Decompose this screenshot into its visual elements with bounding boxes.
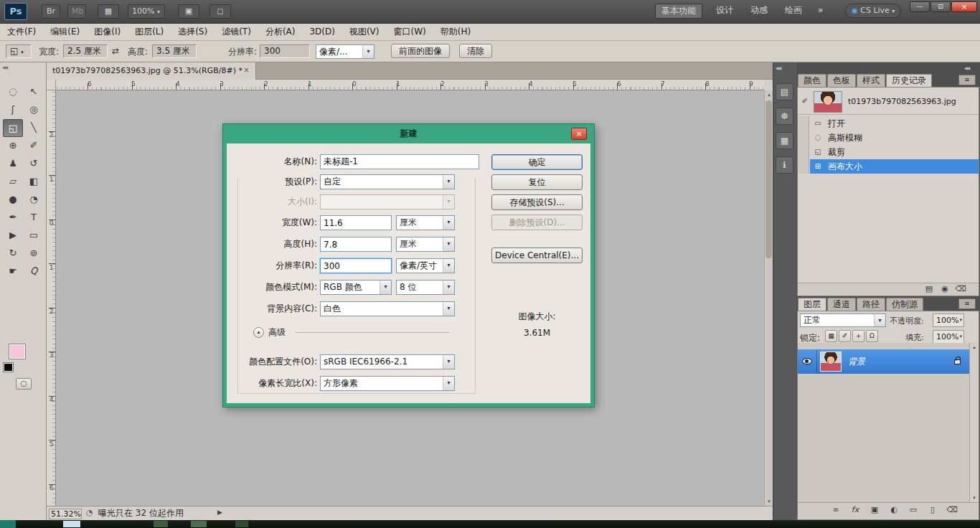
fill-field[interactable]: 100% ▾ [933, 330, 964, 344]
history-source-well[interactable] [798, 116, 809, 131]
taskbar-item[interactable] [0, 520, 16, 528]
background-color-swatch[interactable] [4, 363, 13, 372]
taskbar-item[interactable] [191, 521, 207, 527]
navigator-panel-icon[interactable]: ☸ [776, 108, 793, 125]
mini-bridge-launcher-icon[interactable]: Mb [67, 4, 86, 19]
tab-paths[interactable]: 路径 [857, 298, 885, 311]
device-central-button[interactable]: Device Central(E)... [491, 248, 583, 263]
dialog-close-icon[interactable]: × [571, 128, 587, 140]
layers-scrollbar[interactable]: ▴ ▾ [969, 343, 979, 502]
histogram-panel-icon[interactable]: ▦ [776, 132, 793, 149]
width-unit-select[interactable]: 厘米 ▾ [396, 215, 455, 230]
rectangle-tool[interactable]: ▭ [24, 227, 44, 245]
pixel-aspect-select[interactable]: 方形像素 ▾ [320, 376, 455, 391]
scroll-down-icon[interactable]: ▾ [970, 494, 979, 502]
menu-edit[interactable]: 编辑(E) [43, 24, 87, 40]
menu-analysis[interactable]: 分析(A) [258, 24, 303, 40]
history-item-open[interactable]: ▭ 打开 [798, 116, 979, 131]
windows-taskbar[interactable] [0, 520, 980, 528]
clone-stamp-tool[interactable]: ♟ [3, 155, 23, 173]
opacity-field[interactable]: 100% ▾ [933, 314, 964, 327]
layers-panel-menu-icon[interactable]: ≡ [958, 298, 976, 309]
horizontal-ruler[interactable] [56, 80, 764, 90]
history-source-icon[interactable]: ✐ [799, 96, 811, 106]
height-unit-select[interactable]: 厘米 ▾ [396, 237, 455, 252]
crop-height-field[interactable]: 3.5 厘米 [152, 44, 197, 58]
lock-transparency-icon[interactable]: ▦ [825, 330, 837, 342]
document-tab-close-icon[interactable]: × [242, 66, 251, 75]
layer-thumbnail[interactable] [820, 352, 842, 372]
tab-layers[interactable]: 图层 [798, 298, 826, 311]
menu-window[interactable]: 窗口(W) [387, 24, 433, 40]
menu-filter[interactable]: 滤镜(T) [215, 24, 258, 40]
move-tool[interactable]: ↖ [24, 83, 44, 101]
bit-depth-select[interactable]: 8 位 ▾ [396, 280, 455, 295]
document-tab[interactable]: t01973b797082563963.jpg @ 51.3%(RGB/8#) … [47, 62, 256, 80]
pen-tool[interactable]: ✒ [3, 209, 23, 227]
lock-position-icon[interactable]: + [852, 330, 864, 342]
history-item-canvas-size[interactable]: ⊞ 画布大小 [798, 159, 979, 174]
preset-select[interactable]: 自定 ▾ [320, 174, 455, 189]
name-input[interactable] [320, 154, 479, 169]
scroll-up-icon[interactable]: ▴ [970, 343, 979, 352]
blur-tool[interactable]: ● [3, 191, 23, 209]
foreground-color-swatch[interactable] [9, 344, 26, 359]
menu-3d[interactable]: 3D(D) [302, 24, 341, 40]
hand-tool[interactable]: ☛ [3, 263, 23, 280]
zoom-tool[interactable]: Q [24, 263, 44, 280]
tab-color[interactable]: 颜色 [798, 74, 826, 87]
3d-rotate-tool[interactable]: ↻ [3, 245, 23, 263]
photoshop-logo-icon[interactable]: Ps [4, 3, 27, 20]
bridge-launcher-icon[interactable]: Br [42, 4, 60, 19]
toolbox-collapse-icon[interactable]: ◀◀ [2, 65, 7, 70]
taskbar-item[interactable] [63, 521, 80, 527]
workspace-essentials[interactable]: 基本功能 [655, 4, 702, 19]
taskbar-item[interactable] [154, 521, 168, 527]
link-layers-icon[interactable]: ∞ [829, 504, 843, 516]
new-layer-icon[interactable]: ▯ [925, 504, 940, 516]
history-snapshot-thumbnail[interactable] [814, 91, 842, 113]
resolution-input[interactable] [320, 258, 392, 273]
cs-live-button[interactable]: ◉ CS Live ▾ [845, 4, 901, 18]
workspace-design[interactable]: 设计 [710, 4, 739, 19]
canvas-vertical-scrollbar[interactable]: ▴ ▾ [764, 90, 773, 506]
color-mode-select[interactable]: RGB 颜色 ▾ [320, 280, 392, 295]
reset-button[interactable]: 复位 [491, 174, 583, 190]
workspace-painting[interactable]: 绘画 [779, 4, 808, 19]
gradient-tool[interactable]: ◧ [24, 173, 44, 191]
menu-help[interactable]: 帮助(H) [433, 24, 478, 40]
view-extras-icon[interactable]: ▦ [98, 4, 119, 19]
front-image-button[interactable]: 前面的图像 [391, 44, 450, 58]
quick-mask-button[interactable]: ◯ [16, 378, 32, 390]
history-item-crop[interactable]: ◱ 裁剪 [798, 145, 979, 159]
crop-tool[interactable]: ◱ [3, 119, 23, 137]
spot-healing-brush-tool[interactable]: ⊕ [3, 137, 23, 155]
clear-button[interactable]: 清除 [459, 44, 492, 58]
brush-tool[interactable]: ✐ [24, 137, 44, 155]
menu-layer[interactable]: 图层(L) [128, 24, 171, 40]
minimize-button[interactable]: — [910, 1, 930, 12]
restore-button[interactable]: ⊡ [930, 1, 951, 12]
taskbar-item[interactable] [235, 521, 248, 527]
tab-swatches[interactable]: 色板 [827, 74, 856, 87]
tab-channels[interactable]: 通道 [827, 298, 856, 311]
ok-button[interactable]: 确定 [491, 154, 583, 170]
lock-pixels-icon[interactable]: ✐ [839, 330, 851, 342]
tab-clone-source[interactable]: 仿制源 [886, 298, 923, 311]
background-contents-select[interactable]: 白色 ▾ [320, 301, 455, 316]
resolution-unit-select[interactable]: 像素/... ▾ [316, 44, 374, 59]
layer-row-background[interactable]: 背景 [798, 349, 969, 374]
history-source-well[interactable] [798, 131, 809, 145]
crop-resolution-field[interactable]: 300 [260, 44, 310, 58]
eraser-tool[interactable]: ▱ [3, 173, 23, 191]
menu-file[interactable]: 文件(F) [0, 24, 43, 40]
delete-layer-icon[interactable]: ⌫ [945, 504, 959, 516]
status-clock-icon[interactable]: ◔ [86, 508, 93, 517]
add-layer-mask-icon[interactable]: ▣ [867, 504, 882, 516]
color-profile-select[interactable]: sRGB IEC61966-2.1 ▾ [320, 354, 455, 369]
lasso-tool[interactable]: ʃ [3, 101, 23, 119]
tab-styles[interactable]: 样式 [857, 74, 885, 87]
delete-state-icon[interactable]: ⌫ [953, 283, 968, 295]
eyedropper-tool[interactable]: ╲ [24, 119, 44, 137]
height-input[interactable] [320, 237, 392, 252]
